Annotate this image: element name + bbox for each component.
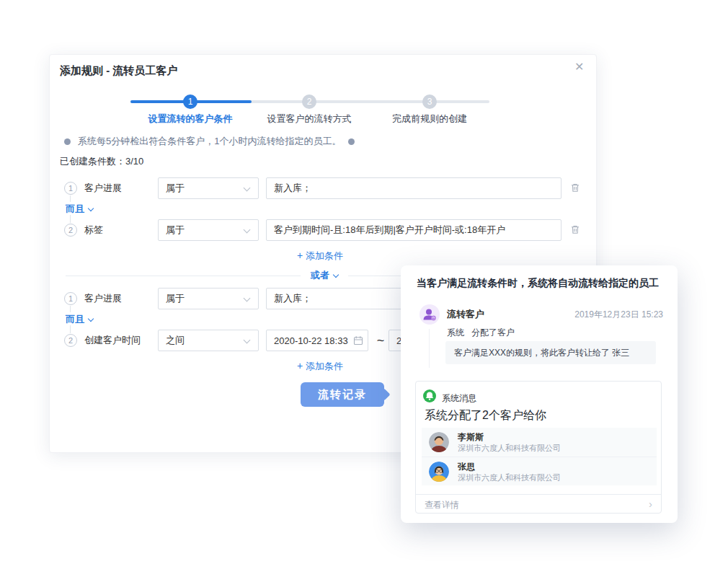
- modal-title: 添加规则 - 流转员工客户: [60, 64, 177, 78]
- customer-company: 深圳市六度人和科技有限公司: [458, 443, 561, 454]
- tab-step-3[interactable]: 完成前规则的创建: [376, 113, 484, 125]
- connector-line: [70, 306, 71, 312]
- view-details-row[interactable]: 查看详情 ›: [416, 494, 661, 514]
- row-number-badge: 2: [64, 334, 77, 347]
- add-condition-label: 添加条件: [306, 250, 343, 261]
- delete-condition-button[interactable]: [570, 224, 580, 237]
- condition-value-input[interactable]: [266, 219, 561, 241]
- woman-avatar-icon: [429, 462, 449, 482]
- row-number-badge: 2: [64, 224, 77, 237]
- add-condition-label: 添加条件: [306, 361, 343, 371]
- plus-icon: +: [297, 360, 303, 371]
- chevron-down-icon: [244, 226, 251, 234]
- condition-counter: 已创建条件数：3/10: [60, 155, 143, 168]
- close-icon[interactable]: ✕: [574, 61, 584, 73]
- divider-line: [66, 276, 301, 276]
- transfer-record-button[interactable]: 流转记录: [301, 382, 384, 407]
- calendar-icon: [353, 335, 363, 345]
- operator-value: 属于: [166, 288, 185, 309]
- add-condition-link[interactable]: +添加条件: [50, 250, 590, 263]
- man-avatar-icon: [429, 432, 449, 452]
- timeline-line: [429, 329, 430, 368]
- range-tilde: ~: [374, 330, 387, 351]
- chat-timestamp: 2019年12月23日 15:23: [574, 309, 663, 321]
- operator-select[interactable]: 之间: [158, 330, 259, 351]
- condition-row: 1 客户进展 属于: [50, 177, 598, 199]
- chat-actor: 系统: [447, 327, 464, 338]
- chat-action-line: 系统分配了客户: [447, 327, 515, 339]
- bell-icon: [423, 389, 436, 402]
- chat-sender: 流转客户: [447, 308, 484, 321]
- preview-card: 当客户满足流转条件时，系统将自动流转给指定的员工 流转客户 2019年12月23…: [401, 265, 678, 523]
- tab-step-1[interactable]: 设置流转的客户条件: [136, 113, 244, 125]
- list-item[interactable]: 李斯斯 深圳市六度人和科技有限公司: [422, 428, 657, 457]
- customer-name: 张思: [458, 461, 475, 473]
- tab-step-2[interactable]: 设置客户的流转方式: [255, 113, 363, 125]
- card-title: 当客户满足流转条件时，系统将自动流转给指定的员工: [417, 277, 665, 290]
- field-label: 客户进展: [84, 177, 122, 199]
- avatar: [429, 462, 449, 482]
- customer-name: 李斯斯: [458, 431, 484, 444]
- date-start-field: [266, 330, 368, 351]
- person-transfer-icon: [420, 304, 440, 325]
- field-label: 创建客户时间: [84, 330, 141, 351]
- step-2-dot: 2: [302, 94, 316, 109]
- plus-icon: +: [297, 250, 303, 261]
- operator-select[interactable]: 属于: [158, 177, 259, 199]
- trash-icon: [570, 182, 580, 193]
- bullet-dot-icon: [348, 138, 355, 145]
- chat-action: 分配了客户: [471, 327, 515, 338]
- system-headline: 系统分配了2个客户给你: [425, 408, 546, 423]
- trash-icon: [570, 224, 580, 234]
- system-message-box: 系统消息 系统分配了2个客户给你 李斯斯 深圳市六度人和科技有限公司: [415, 381, 662, 514]
- operator-select[interactable]: 属于: [158, 219, 259, 241]
- chevron-down-icon: [244, 295, 251, 302]
- chat-quote-box: 客户满足XXX的规则，将此客户转让给了 张三: [445, 341, 656, 364]
- view-details-label: 查看详情: [425, 499, 459, 511]
- chevron-down-icon: [244, 337, 251, 344]
- connector-line: [70, 195, 71, 202]
- operator-select[interactable]: 属于: [158, 288, 259, 309]
- system-message-label: 系统消息: [442, 392, 476, 405]
- operator-value: 属于: [166, 178, 185, 198]
- condition-value-input[interactable]: [266, 177, 561, 199]
- chevron-down-icon: [244, 185, 251, 192]
- operator-value: 属于: [166, 220, 185, 240]
- page: 添加规则 - 流转员工客户 ✕ 1 2 3 设置流转的客户条件 设置客户的流转方…: [0, 0, 728, 577]
- step-3-dot: 3: [422, 94, 437, 109]
- bullet-dot-icon: [64, 138, 71, 145]
- chevron-down-icon: [88, 206, 94, 211]
- and-connector-link[interactable]: 而且: [66, 313, 93, 326]
- notice-line: 系统每5分钟检出符合条件客户，1个小时内流转给指定的员工。: [64, 135, 355, 148]
- list-item[interactable]: 张思 深圳市六度人和科技有限公司: [422, 457, 657, 485]
- and-label: 而且: [66, 314, 84, 325]
- and-connector-link[interactable]: 而且: [66, 203, 93, 216]
- chevron-down-icon: [333, 272, 339, 278]
- field-label: 标签: [84, 219, 103, 241]
- field-label: 客户进展: [84, 288, 122, 309]
- chevron-down-icon: [88, 316, 94, 322]
- row-number-badge: 1: [64, 292, 77, 305]
- condition-row: 2 标签 属于: [50, 219, 598, 241]
- transfer-customer-avatar: [420, 304, 440, 325]
- avatar: [429, 432, 449, 452]
- customer-list: 李斯斯 深圳市六度人和科技有限公司: [422, 428, 657, 485]
- customer-company: 深圳市六度人和科技有限公司: [458, 472, 561, 483]
- operator-value: 之间: [166, 330, 185, 351]
- delete-condition-button[interactable]: [570, 182, 580, 195]
- chevron-right-icon: ›: [649, 498, 652, 510]
- row-number-badge: 1: [64, 182, 77, 195]
- or-connector-link[interactable]: 或者: [301, 269, 348, 282]
- or-label: 或者: [311, 270, 329, 281]
- step-1-dot: 1: [183, 94, 197, 109]
- notice-text: 系统每5分钟检出符合条件客户，1个小时内流转给指定的员工。: [78, 135, 341, 148]
- and-label: 而且: [66, 203, 84, 214]
